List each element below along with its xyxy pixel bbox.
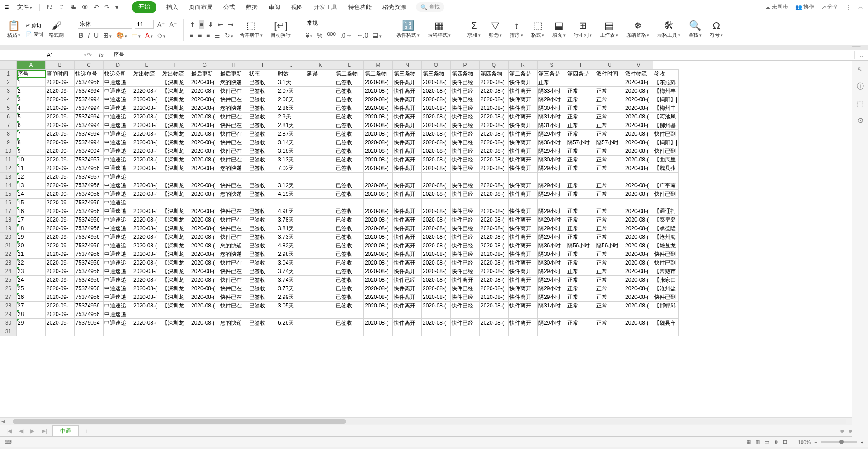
cell[interactable]: 2020-08-( [190,87,219,95]
cell[interactable]: 【承德隆 [653,224,679,233]
cell[interactable] [451,327,480,336]
cell[interactable]: 2020-08-( [364,284,393,293]
cell[interactable] [538,310,566,319]
cell[interactable]: 正常 [566,284,595,293]
cell[interactable]: 【沧州盐 [653,284,679,293]
cell[interactable]: 2020-08-( [624,78,653,87]
cell[interactable]: 隔29小时 [538,147,566,156]
cell[interactable]: 已签收 [248,181,277,190]
cell[interactable]: 快件已在 [219,147,248,156]
cell[interactable] [306,293,335,302]
cell[interactable]: 【魏县车 [653,319,679,327]
cell[interactable]: 75374994 [75,121,104,130]
cell[interactable]: 中通速递 [104,319,132,327]
tab-插入[interactable]: 插入 [165,1,179,13]
cell[interactable]: 快件已经 [451,259,480,267]
fx-icon[interactable]: fx [99,52,104,58]
cell[interactable] [364,173,393,181]
cell[interactable]: 2020-08-( [364,87,393,95]
cell[interactable]: 快件已经 [451,293,480,302]
cell[interactable] [595,310,624,319]
cell[interactable]: 快件离开 [509,241,538,250]
cell[interactable]: 已签收 [335,216,364,224]
cell[interactable] [306,224,335,233]
cell[interactable] [306,284,335,293]
cell[interactable]: 2020-09- [46,181,75,190]
cell[interactable]: 【深圳龙 [161,216,190,224]
cell[interactable]: 75374956 [75,250,104,259]
cell[interactable]: 快件离开 [509,156,538,164]
cell[interactable]: 正常 [595,267,624,276]
cell[interactable]: 2020-09- [46,199,75,207]
cell[interactable]: 快件离开 [393,241,422,250]
row-header-30[interactable]: 30 [0,319,17,327]
cell[interactable] [190,310,219,319]
cell[interactable]: 中通速递 [104,130,132,138]
cell[interactable] [306,104,335,113]
cell[interactable]: 正常 [595,207,624,216]
format-button[interactable]: ⬚格式 [528,20,547,39]
cell[interactable] [219,173,248,181]
cell[interactable]: 2020-08-( [132,224,161,233]
cell[interactable]: 23 [17,267,46,276]
comma-icon[interactable]: 000 [326,30,337,41]
cell[interactable] [538,199,566,207]
filter-button[interactable]: ▽筛选 [486,20,505,39]
cell[interactable]: 2020-08-( [480,284,509,293]
cell[interactable]: 【梅州丰 [653,87,679,95]
cell[interactable] [306,173,335,181]
cell[interactable] [306,138,335,147]
cell[interactable]: 第三条是 [538,70,566,78]
cell[interactable]: 已签收 [335,250,364,259]
cell[interactable]: 中通速递 [104,95,132,104]
cell[interactable]: 2020-09- [46,156,75,164]
horizontal-scrollbar[interactable]: ◀▶ [0,417,859,425]
cell[interactable]: 2020-08-( [624,147,653,156]
cell[interactable]: 状态 [248,70,277,78]
cell[interactable]: 2020-08-( [132,233,161,241]
cell[interactable]: 已签收 [248,95,277,104]
cell[interactable]: 26 [17,293,46,302]
cell[interactable]: 2020-08-( [132,147,161,156]
cell[interactable]: 75375064 [75,319,104,327]
cell[interactable]: 您的快递 [219,319,248,327]
cell[interactable] [566,327,595,336]
select-pane-icon[interactable]: ↖ [857,65,863,74]
split-icon[interactable]: ⊟ [783,439,787,445]
properties-icon[interactable]: ⓘ [857,82,864,91]
cell[interactable]: 已签收 [335,319,364,327]
cell[interactable]: 2020-08-( [422,121,451,130]
cell[interactable]: 隔29小时 [538,130,566,138]
cell[interactable]: 75374956 [75,164,104,173]
cell[interactable]: 快件离开 [393,284,422,293]
cell[interactable]: 2020-09- [46,241,75,250]
cell[interactable]: 发出物流 [161,70,190,78]
row-header-3[interactable]: 3 [0,87,17,95]
cell[interactable]: 隔29小时 [538,190,566,199]
cell[interactable]: 25 [17,284,46,293]
find-button[interactable]: 🔍查找 [686,20,704,39]
normal-view-icon[interactable]: ▦ [746,439,751,445]
cell[interactable]: 快件离开 [393,87,422,95]
cell[interactable]: 2020-08-( [190,293,219,302]
row-header-8[interactable]: 8 [0,130,17,138]
cell[interactable]: 18 [17,224,46,233]
cell[interactable]: 快件已经 [451,207,480,216]
cell[interactable]: 快件离开 [509,104,538,113]
cell[interactable]: 已签收 [335,138,364,147]
cell[interactable]: 2020-08-( [480,138,509,147]
cell[interactable]: 正常 [566,259,595,267]
cell[interactable] [306,147,335,156]
cell[interactable]: 2020-08-( [190,233,219,241]
cell[interactable]: 11 [17,164,46,173]
cell[interactable]: 快件离开 [393,181,422,190]
formula-input[interactable] [111,51,854,59]
cell[interactable]: 2020-08-( [190,190,219,199]
cell[interactable]: 2020-09- [46,259,75,267]
cell[interactable]: 2020-08-( [190,207,219,216]
cell[interactable]: 2020-08-( [132,276,161,284]
cell[interactable] [306,113,335,121]
cell[interactable]: 2020-08-( [480,87,509,95]
cell[interactable]: 快件离开 [393,293,422,302]
cell[interactable]: 3.04天 [277,259,306,267]
